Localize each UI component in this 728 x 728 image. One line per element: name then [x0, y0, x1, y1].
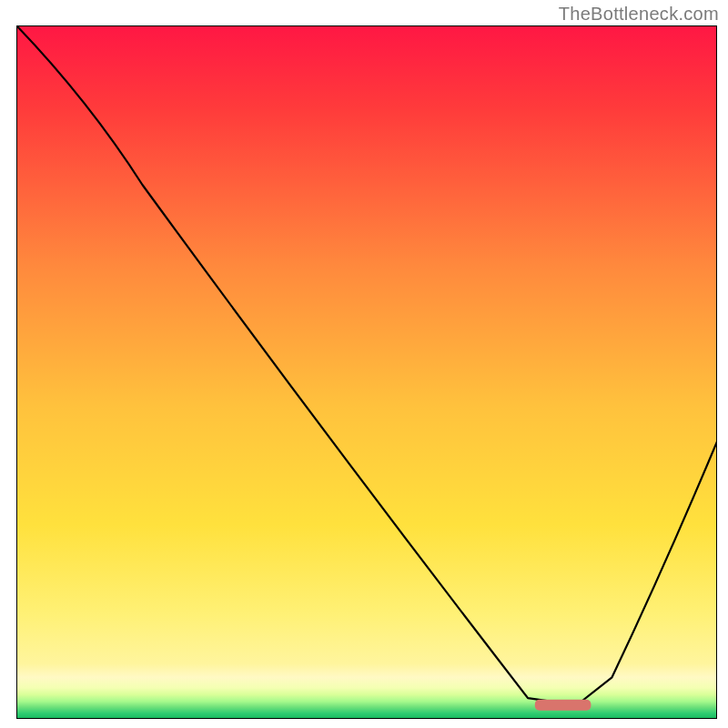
gradient-background [16, 25, 717, 719]
chart-plot-area [16, 25, 717, 719]
optimal-zone-marker [535, 700, 592, 711]
chart-svg [16, 25, 717, 719]
watermark-text: TheBottleneck.com [559, 4, 719, 25]
